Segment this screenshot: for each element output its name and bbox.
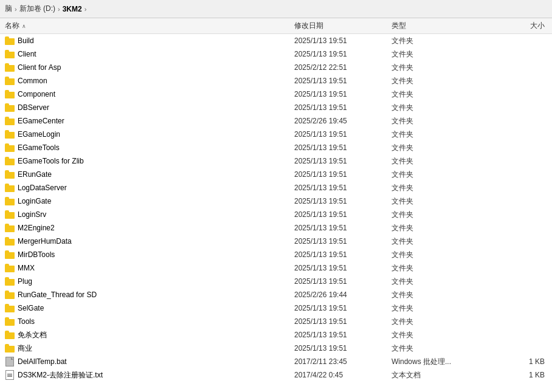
- file-name-cell: Client for Asp: [2, 63, 294, 72]
- table-row[interactable]: Plug 2025/1/13 19:51 文件夹: [0, 275, 552, 288]
- table-row[interactable]: EGameLogin 2025/1/13 19:51 文件夹: [0, 128, 552, 141]
- table-row[interactable]: LogDataServer 2025/1/13 19:51 文件夹: [0, 181, 552, 194]
- file-name-cell: Common: [2, 76, 294, 86]
- folder-icon: [5, 76, 15, 86]
- file-date: 2025/1/13 19:51: [294, 317, 392, 326]
- file-type: 文件夹: [392, 156, 464, 167]
- table-row[interactable]: Client for Asp 2025/2/12 22:51 文件夹: [0, 61, 552, 74]
- table-row[interactable]: EGameTools 2025/1/13 19:51 文件夹: [0, 141, 552, 154]
- table-row[interactable]: MirDBTools 2025/1/13 19:51 文件夹: [0, 248, 552, 261]
- file-date: 2025/1/13 19:51: [294, 277, 392, 286]
- file-name: MergerHumData: [18, 237, 72, 246]
- file-name-cell: 商业: [2, 343, 294, 354]
- file-date: 2025/1/13 19:51: [294, 103, 392, 112]
- file-type: 文件夹: [392, 277, 464, 287]
- file-name-cell: LoginGate: [2, 196, 294, 206]
- table-row[interactable]: 商业 2025/1/13 19:51 文件夹: [0, 342, 552, 355]
- table-row[interactable]: SelGate 2025/1/13 19:51 文件夹: [0, 301, 552, 315]
- folder-icon: [5, 170, 15, 179]
- folder-icon: [5, 277, 15, 286]
- col-date-header[interactable]: 修改日期: [294, 21, 392, 31]
- table-row[interactable]: RunGate_Thread for SD 2025/2/26 19:44 文件…: [0, 288, 552, 301]
- file-icon: [5, 370, 15, 380]
- folder-icon: [5, 103, 15, 112]
- file-date: 2025/1/13 19:51: [294, 224, 392, 232]
- table-row[interactable]: MergerHumData 2025/1/13 19:51 文件夹: [0, 235, 552, 248]
- table-row[interactable]: 免杀文档 2025/1/13 19:51 文件夹: [0, 328, 552, 342]
- file-name-cell: LoginSrv: [2, 210, 294, 219]
- col-name-header[interactable]: 名称 ∧: [2, 21, 294, 31]
- file-list[interactable]: Build 2025/1/13 19:51 文件夹 Client 2025/1/…: [0, 34, 552, 392]
- file-date: 2025/1/13 19:51: [294, 344, 392, 352]
- file-name: Build: [18, 36, 34, 45]
- table-row[interactable]: DelAllTemp.bat 2017/2/11 23:45 Windows 批…: [0, 355, 552, 368]
- file-name-cell: Plug: [2, 277, 294, 286]
- folder-icon: [5, 303, 15, 313]
- sort-arrow-icon: ∧: [22, 23, 26, 29]
- folder-icon: [5, 63, 15, 72]
- table-row[interactable]: EGameCenter 2025/2/26 19:45 文件夹: [0, 114, 552, 128]
- file-type: 文件夹: [392, 210, 464, 220]
- table-row[interactable]: M2Engine2 2025/1/13 19:51 文件夹: [0, 221, 552, 235]
- file-type: 文件夹: [392, 236, 464, 247]
- file-date: 2025/1/13 19:51: [294, 90, 392, 98]
- file-name-cell: M2Engine2: [2, 223, 294, 233]
- folder-icon: [5, 183, 15, 193]
- file-name: LoginSrv: [18, 210, 46, 219]
- folder-icon: [5, 290, 15, 300]
- table-row[interactable]: LoginGate 2025/1/13 19:51 文件夹: [0, 194, 552, 208]
- table-row[interactable]: Build 2025/1/13 19:51 文件夹: [0, 34, 552, 47]
- file-date: 2025/2/12 22:51: [294, 63, 392, 72]
- file-type: 文件夹: [392, 36, 464, 46]
- file-type: 文件夹: [392, 290, 464, 300]
- file-date: 2025/1/13 19:51: [294, 50, 392, 58]
- file-name: Component: [18, 90, 55, 98]
- file-date: 2025/1/13 19:51: [294, 184, 392, 192]
- table-row[interactable]: LoginSrv 2025/1/13 19:51 文件夹: [0, 208, 552, 221]
- file-date: 2025/1/13 19:51: [294, 264, 392, 272]
- file-date: 2017/2/11 23:45: [294, 357, 392, 366]
- folder-icon: [5, 129, 15, 139]
- folder-icon: [5, 49, 15, 59]
- file-type: 文件夹: [392, 143, 464, 153]
- file-name: EGameLogin: [18, 130, 60, 139]
- table-row[interactable]: MMX 2025/1/13 19:51 文件夹: [0, 261, 552, 275]
- file-name: DelAllTemp.bat: [18, 357, 67, 366]
- table-row[interactable]: Client 2025/1/13 19:51 文件夹: [0, 47, 552, 61]
- address-part-folder: 3KM2: [63, 5, 82, 13]
- table-row[interactable]: EGameTools for Zlib 2025/1/13 19:51 文件夹: [0, 154, 552, 168]
- file-name-cell: MergerHumData: [2, 236, 294, 246]
- file-name-cell: EGameLogin: [2, 129, 294, 139]
- address-bar: 脑 › 新加卷 (D:) › 3KM2 ›: [0, 0, 552, 18]
- folder-icon: [5, 156, 15, 166]
- file-date: 2025/1/13 19:51: [294, 237, 392, 246]
- file-name-cell: Tools: [2, 317, 294, 326]
- file-type: 文件夹: [392, 223, 464, 233]
- table-row[interactable]: Component 2025/1/13 19:51 文件夹: [0, 88, 552, 101]
- file-type: 文本文档: [392, 370, 464, 380]
- file-size: 1 KB: [464, 371, 550, 379]
- file-name-cell: EGameTools for Zlib: [2, 156, 294, 166]
- folder-icon: [5, 116, 15, 126]
- file-date: 2025/1/13 19:51: [294, 304, 392, 312]
- table-row[interactable]: DBServer 2025/1/13 19:51 文件夹: [0, 101, 552, 114]
- table-row[interactable]: ERunGate 2025/1/13 19:51 文件夹: [0, 168, 552, 181]
- file-name: EGameCenter: [18, 117, 64, 125]
- file-type: 文件夹: [392, 250, 464, 260]
- file-name-cell: Component: [2, 89, 294, 99]
- file-name: Plug: [18, 277, 32, 286]
- file-date: 2025/1/13 19:51: [294, 157, 392, 165]
- file-type: 文件夹: [392, 183, 464, 193]
- table-row[interactable]: Tools 2025/1/13 19:51 文件夹: [0, 315, 552, 328]
- file-type: Windows 批处理...: [392, 357, 464, 367]
- file-date: 2025/1/13 19:51: [294, 77, 392, 85]
- col-type-header[interactable]: 类型: [392, 21, 464, 31]
- table-row[interactable]: Common 2025/1/13 19:51 文件夹: [0, 74, 552, 88]
- table-row[interactable]: DS3KM2-去除注册验证.txt 2017/4/22 0:45 文本文档 1 …: [0, 368, 552, 382]
- file-name: MMX: [18, 264, 35, 272]
- address-sep-2: ›: [58, 5, 60, 13]
- folder-icon: [5, 263, 15, 273]
- file-name-cell: RunGate_Thread for SD: [2, 290, 294, 300]
- col-size-header[interactable]: 大小: [464, 21, 550, 31]
- file-name-cell: LogDataServer: [2, 183, 294, 193]
